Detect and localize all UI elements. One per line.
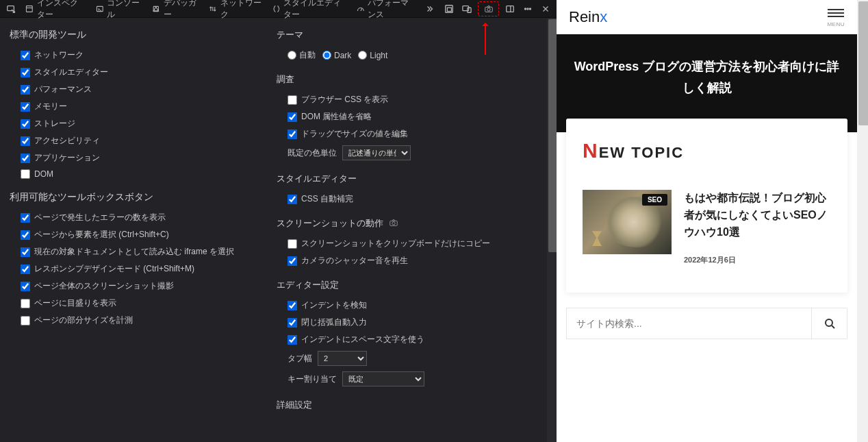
checkbox[interactable]: [21, 136, 30, 146]
toolbox-button-option[interactable]: ページで発生したエラーの数を表示: [10, 209, 270, 226]
keymap-select[interactable]: 既定: [342, 371, 424, 386]
tabs-overflow-button[interactable]: [422, 1, 438, 17]
default-tool-option[interactable]: ストレージ: [10, 115, 270, 132]
radio[interactable]: [322, 51, 331, 60]
more-button[interactable]: [520, 1, 536, 17]
section-editor-title: エディター設定: [277, 279, 543, 291]
inspection-option[interactable]: ドラッグでサイズの値を編集: [277, 125, 543, 143]
theme-radio-dark[interactable]: Dark: [322, 49, 351, 61]
tab-console[interactable]: コンソール: [91, 1, 146, 17]
checkbox[interactable]: [21, 299, 30, 308]
pick-element-button[interactable]: [3, 1, 19, 17]
settings-scrollbar[interactable]: [547, 18, 557, 442]
theme-radio-自動[interactable]: 自動: [288, 49, 316, 61]
checkbox[interactable]: [21, 51, 30, 60]
checkbox[interactable]: [21, 265, 30, 274]
iframe-picker-button[interactable]: [441, 1, 457, 17]
tab-network[interactable]: ネットワーク: [204, 1, 266, 17]
option-label: スタイルエディター: [34, 66, 108, 78]
default-tool-option[interactable]: DOM: [10, 167, 270, 182]
dock-icon: [505, 4, 515, 14]
menu-button[interactable]: MENU: [827, 7, 845, 27]
svg-rect-10: [507, 5, 514, 12]
checkbox[interactable]: [21, 68, 30, 77]
tab-performance[interactable]: パフォーマンス: [352, 1, 421, 17]
radio[interactable]: [288, 51, 296, 60]
checkbox[interactable]: [21, 154, 30, 163]
svg-point-16: [826, 319, 832, 326]
search-icon: [824, 318, 835, 329]
toolbox-button-option[interactable]: ページに目盛りを表示: [10, 295, 270, 312]
checkbox[interactable]: [288, 335, 297, 345]
toolbox-button-option[interactable]: ページから要素を選択 (Ctrl+Shift+C): [10, 226, 270, 243]
tab-debugger[interactable]: デバッガー: [147, 1, 203, 17]
default-tool-option[interactable]: ネットワーク: [10, 47, 270, 64]
new-topic-card: NEW TOPIC SEO もはや都市伝説！ブログ初心者が気にしなくてよいSEO…: [566, 119, 847, 292]
post-item[interactable]: SEO もはや都市伝説！ブログ初心者が気にしなくてよいSEOノウハウ10選 20…: [583, 190, 831, 265]
tab-inspector[interactable]: インスペクター: [21, 1, 90, 17]
toolbox-button-option[interactable]: レスポンシブデザインモード (Ctrl+Shift+M): [10, 260, 270, 278]
preview-scrollbar[interactable]: [857, 0, 868, 442]
svg-point-9: [487, 8, 489, 10]
radio[interactable]: [358, 51, 367, 60]
radio-label: 自動: [299, 49, 316, 61]
checkbox[interactable]: [288, 239, 297, 249]
tab-styleeditor[interactable]: スタイルエディター: [268, 1, 350, 17]
checkbox[interactable]: [21, 119, 30, 129]
checkbox[interactable]: [21, 85, 30, 95]
styleeditor-option[interactable]: CSS 自動補完: [277, 191, 543, 208]
section-theme-title: テーマ: [277, 29, 543, 41]
checkbox[interactable]: [21, 213, 30, 223]
editor-option[interactable]: インデントを検知: [277, 297, 543, 314]
option-label: カメラのシャッター音を再生: [301, 255, 408, 267]
devtools-panel: インスペクター コンソール デバッガー ネットワーク スタイルエディター パフォ…: [0, 0, 557, 442]
checkbox[interactable]: [21, 102, 30, 112]
toolbox-button-option[interactable]: ページ全体のスクリーンショット撮影: [10, 278, 270, 295]
checkbox[interactable]: [288, 112, 297, 122]
option-label: ページで発生したエラーの数を表示: [34, 212, 166, 223]
search-button[interactable]: [811, 308, 847, 339]
checkbox[interactable]: [288, 256, 297, 266]
checkbox[interactable]: [21, 282, 30, 291]
toolbox-button-option[interactable]: 現在の対象ドキュメントとして読み込む iframe を選択: [10, 243, 270, 260]
default-tool-option[interactable]: アプリケーション: [10, 149, 270, 167]
checkbox[interactable]: [288, 95, 297, 105]
checkbox[interactable]: [288, 318, 297, 328]
inspection-option[interactable]: DOM 属性値を省略: [277, 108, 543, 125]
section-inspection-title: 調査: [277, 73, 543, 86]
checkbox[interactable]: [21, 169, 30, 179]
checkbox[interactable]: [288, 195, 297, 204]
theme-radio-light[interactable]: Light: [358, 49, 387, 61]
default-tool-option[interactable]: メモリー: [10, 98, 270, 115]
camera-icon: [484, 4, 494, 14]
editor-option[interactable]: インデントにスペース文字を使う: [277, 331, 543, 348]
responsive-design-button[interactable]: [459, 1, 475, 17]
editor-option[interactable]: 閉じ括弧自動入力: [277, 314, 543, 331]
section-styleeditor-title: スタイルエディター: [277, 173, 543, 185]
option-label: ドラッグでサイズの値を編集: [301, 128, 408, 140]
search-input[interactable]: [567, 308, 811, 339]
checkbox[interactable]: [288, 130, 297, 139]
site-brand[interactable]: Reinx: [569, 8, 607, 26]
post-badge: SEO: [642, 194, 667, 206]
dock-side-button[interactable]: [502, 1, 518, 17]
option-label: パフォーマンス: [34, 84, 92, 95]
site-search: [566, 308, 847, 339]
checkbox[interactable]: [288, 301, 297, 310]
default-tool-option[interactable]: スタイルエディター: [10, 64, 270, 81]
screenshot-option[interactable]: スクリーンショットをクリップボードだけにコピー: [277, 235, 543, 252]
screenshot-option[interactable]: カメラのシャッター音を再生: [277, 252, 543, 269]
close-devtools-button[interactable]: [537, 1, 554, 17]
toolbox-button-option[interactable]: ページの部分サイズを計測: [10, 312, 270, 329]
screenshot-button-highlight[interactable]: [478, 1, 499, 16]
default-tool-option[interactable]: アクセシビリティ: [10, 132, 270, 149]
default-tool-option[interactable]: パフォーマンス: [10, 81, 270, 98]
option-label: ページに目盛りを表示: [34, 297, 116, 309]
checkbox[interactable]: [21, 247, 30, 257]
inspection-option[interactable]: ブラウザー CSS を表示: [277, 91, 543, 108]
checkbox[interactable]: [21, 316, 30, 326]
checkbox[interactable]: [21, 230, 30, 240]
color-unit-select[interactable]: 記述通りの単位: [342, 145, 411, 160]
settings-pane: 標準の開発ツール ネットワークスタイルエディターパフォーマンスメモリーストレージ…: [0, 18, 557, 442]
tab-width-select[interactable]: 2: [318, 351, 367, 366]
